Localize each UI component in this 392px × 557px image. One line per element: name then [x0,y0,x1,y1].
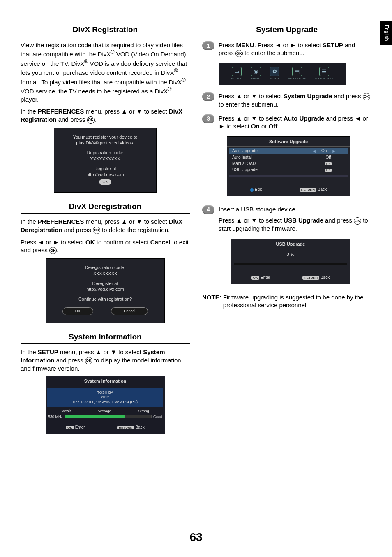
back-label: Back [135,425,144,429]
t: On [251,123,260,130]
t: SETUP [38,348,58,355]
ok-icon: OK [354,217,361,225]
row-value: OK [325,162,332,165]
progress-bar [234,263,347,265]
osd-header: Software Upgrade [227,137,350,147]
t: PREFERENCES [38,218,84,225]
step-2: 2 Press ▲ or ▼ to select System Upgrade … [202,92,371,109]
osd-row-manual-oad[interactable]: Manual OAD OK [229,160,348,167]
enter-label: Enter [75,425,85,429]
edit-label: Edit [255,187,262,192]
enter-label: Enter [261,275,270,280]
language-tab: English [380,21,392,45]
page-number: 63 [0,530,392,545]
sys-info-para: In the SETUP menu, press ▲ or ▼ to selec… [21,348,190,372]
t: and press [57,116,87,123]
t: menu, press ▲ or ▼ to select [84,218,168,225]
row-value: OK [325,169,332,172]
ok-icon: OK [85,357,92,364]
back-label: Back [318,187,327,192]
t: Press ▲ or ▼ to select [219,217,284,224]
osd-header: System Information [46,376,165,386]
system-upgrade-title: System Upgrade [202,25,371,37]
row-label: Manual OAD [232,161,312,166]
blue-dot-icon [250,188,254,192]
menu-icon-preferences: ☰PREFERENCES [315,67,333,81]
setup-menu-icons-osd: ▭PICTURE ◉SOUND ✿SETUP ▤APPLICATIONS ☰PR… [219,63,346,85]
t: to confirm or select [95,239,150,246]
osd-ok-button[interactable]: OK [62,307,93,315]
osd-header: USB Upgrade [231,239,350,249]
row-label: Auto Upgrade [232,148,312,153]
software-upgrade-osd: Software Upgrade Auto Upgrade ◄On► Auto … [227,136,350,196]
usb-percentage: 0 % [231,249,350,263]
usb-upgrade-osd: USB Upgrade 0 % OK Enter RETURN Back [231,239,350,284]
step-badge-4: 4 [202,205,214,214]
ok-icon: OK [49,247,57,254]
t: Press ◄ or ► to select [21,239,85,246]
osd-line: play DivX® protected videos. [62,140,149,146]
osd-line: XXXXXXXX [53,271,157,276]
divx-reg-para2: In the PREFERENCES menu, press ▲ or ▼ to… [21,107,190,124]
osd-cancel-button[interactable]: Cancel [111,307,148,315]
t: PREFERENCES [38,108,84,115]
right-column: System Upgrade 1 Press MENU. Press ◄ or … [202,25,371,438]
osd-row-auto-upgrade[interactable]: Auto Upgrade ◄On► [229,148,348,154]
osd-row-usb-upgrade[interactable]: USB Upgrade OK [229,167,348,173]
t: to delete the registration. [100,226,170,233]
signal-bar [65,415,152,418]
divx-dereg-para2: Press ◄ or ► to select OK to confirm or … [21,238,190,255]
row-label: Auto Install [232,155,312,160]
return-pill: RETURN [302,276,319,280]
divx-dereg-para1: In the PREFERENCES menu, press ▲ or ▼ to… [21,218,190,234]
osd-year: 2012 [50,395,161,400]
t: format. To play video files that are com… [21,79,182,86]
return-pill: RETURN [117,426,134,429]
return-pill: RETURN [300,188,316,192]
t: menu, press ▲ or ▼ to select [58,348,143,355]
t: or [260,123,269,130]
ok-icon: OK [93,227,100,234]
t: Press ▲ or ▼ to select [219,93,284,100]
signal-freq: 530 MHz [48,415,63,420]
step-3: 3 Press ▲ or ▼ to select Auto Upgrade an… [202,114,371,130]
step-badge-2: 2 [202,92,214,101]
ok-icon: OK [87,116,95,124]
row-label: USB Upgrade [232,167,312,172]
ok-pill: OK [66,426,74,429]
system-information-title: System Information [21,332,190,344]
signal-weak: Weak [62,409,71,414]
menu-icon-setup: ✿SETUP [270,67,279,81]
step-badge-1: 1 [202,41,214,50]
t: SETUP [323,42,343,49]
row-value: Off [312,155,345,160]
step-badge-3: 3 [202,114,214,123]
menu-icon-sound: ◉SOUND [251,67,261,81]
icon-label: APPLICATIONS [288,77,306,81]
t: Off [269,123,278,130]
ok-icon: OK [363,93,370,100]
t: to enter the submenu. [243,49,304,56]
t: USB Upgrade [284,217,323,224]
t: Press [219,42,236,49]
ok-icon: OK [235,50,243,57]
step-1: 1 Press MENU. Press ◄ or ► to select SET… [202,41,371,58]
t: VOD service, the TV needs to be register… [21,88,168,95]
icon-label: PREFERENCES [315,77,333,81]
system-information-osd: System Information TOSHIBA 2012 Dec 13 2… [46,376,165,433]
osd-row-auto-install[interactable]: Auto Install Off [229,154,348,160]
step-4: 4 Insert a USB storage device. Press ▲ o… [202,205,371,233]
icon-label: SETUP [270,77,279,81]
menu-icon-applications: ▤APPLICATIONS [288,67,306,81]
osd-line: Deregister at [53,281,157,286]
divx-reg-osd: You must register your device to play Di… [54,128,157,193]
t: OK [85,239,95,246]
t: and press [323,217,354,224]
row-value: On [321,148,327,153]
t: MENU [236,42,254,49]
t: player. [21,96,39,103]
icon-label: SOUND [251,77,261,81]
osd-ok-button[interactable]: OK [99,179,111,185]
divx-deregistration-title: DivX Deregistration [21,202,190,214]
signal-strong: Strong [138,409,149,414]
